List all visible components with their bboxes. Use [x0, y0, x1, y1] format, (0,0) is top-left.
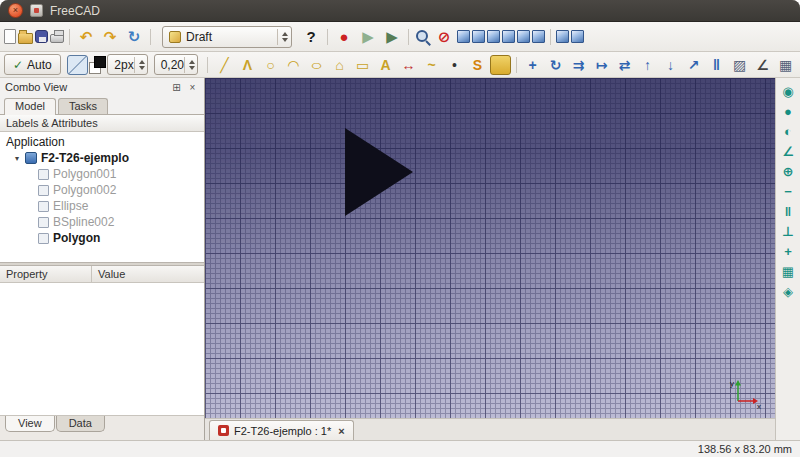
draft-wpproj-icon[interactable]: ▨ — [729, 55, 750, 75]
draft-bspline-icon[interactable]: ~ — [421, 55, 442, 75]
view-isometric-icon[interactable] — [457, 30, 470, 43]
document-tab[interactable]: F2-T26-ejemplo : 1* × — [209, 420, 354, 440]
scale-spinbox[interactable]: 0,20 — [154, 54, 198, 75]
tree-item-polygon[interactable]: Polygon — [0, 230, 204, 246]
divider — [150, 29, 151, 45]
status-bar: 138.56 x 83.20 mm — [0, 440, 800, 457]
view-top-icon[interactable] — [487, 30, 500, 43]
snap-grid-icon[interactable]: ▦ — [778, 262, 798, 280]
draft-offset-icon[interactable]: ⇉ — [568, 55, 589, 75]
view-bottom-icon[interactable] — [532, 30, 545, 43]
draft-text-icon[interactable]: A — [375, 55, 396, 75]
draft-facebinder-icon[interactable] — [490, 55, 511, 75]
draft-polygon-icon[interactable]: ⌂ — [329, 55, 350, 75]
draft-mirror-icon[interactable]: ‖ — [706, 55, 727, 75]
draft-wire-icon[interactable]: Λ — [237, 55, 258, 75]
draft-point-icon[interactable]: • — [444, 55, 465, 75]
macro-play-icon[interactable]: ▶ — [357, 26, 379, 48]
draft-upgrade-icon[interactable]: ↑ — [637, 55, 658, 75]
window-close-button[interactable]: × — [8, 3, 23, 18]
line-width-selector[interactable]: 2px — [107, 54, 147, 75]
float-panel-button[interactable]: ⊞ — [170, 81, 183, 94]
save-icon[interactable] — [35, 30, 48, 43]
snap-extension-icon[interactable]: − — [778, 182, 798, 200]
snap-intersection-icon[interactable]: + — [778, 242, 798, 260]
draft-toolbar: ✓ Auto 2px 0,20 ╱Λ○◠○⌂▭A↔~•S+↻⇉↦⇄↑↓↗‖▨∠▦ — [0, 52, 800, 78]
window-title: FreeCAD — [50, 4, 100, 18]
line-width-value: 2px — [114, 58, 133, 72]
whatsthis-icon[interactable]: ? — [300, 26, 322, 48]
draft-grid-toggle-icon[interactable]: ▦ — [775, 55, 796, 75]
tree-item-polygon001[interactable]: Polygon001 — [0, 166, 204, 182]
draft-downgrade-icon[interactable]: ↓ — [660, 55, 681, 75]
divider — [207, 57, 208, 73]
redo-icon[interactable]: ↷ — [99, 26, 121, 48]
zoom-fit-all-icon[interactable] — [414, 28, 431, 45]
tree-item-bspline002[interactable]: BSpline002 — [0, 214, 204, 230]
macro-debug-icon[interactable]: ▶ — [381, 26, 403, 48]
draft-ellipse-icon[interactable]: ○ — [301, 55, 331, 75]
snap-endpoint-icon[interactable]: ● — [778, 102, 798, 120]
draft-dimension-icon[interactable]: ↔ — [398, 55, 419, 75]
draft-scale-icon[interactable]: ↗ — [683, 55, 704, 75]
working-plane-auto-button[interactable]: ✓ Auto — [4, 54, 61, 75]
draft-trimex-icon[interactable]: ↦ — [591, 55, 612, 75]
tree-item-ellipse[interactable]: Ellipse — [0, 198, 204, 214]
macro-record-icon[interactable]: ● — [333, 26, 355, 48]
tab-tasks[interactable]: Tasks — [58, 98, 108, 114]
line-color-swatch[interactable] — [94, 56, 102, 74]
working-plane-icon[interactable] — [67, 55, 88, 75]
refresh-icon[interactable]: ↻ — [123, 26, 145, 48]
tab-close-icon[interactable]: × — [338, 425, 344, 437]
draft-move-icon[interactable]: + — [522, 55, 543, 75]
draft-join-icon[interactable]: ⇄ — [614, 55, 635, 75]
new-document-icon[interactable] — [4, 29, 16, 44]
draft-rotate-icon[interactable]: ↻ — [545, 55, 566, 75]
property-table-body — [0, 283, 204, 415]
tab-data[interactable]: Data — [56, 416, 105, 432]
tree-item-application[interactable]: Application — [0, 134, 204, 150]
view-left-icon[interactable] — [571, 30, 584, 43]
column-property: Property — [0, 266, 92, 282]
draw-style-icon[interactable]: ⊘ — [433, 26, 455, 48]
view-axonometric-icon[interactable] — [556, 30, 569, 43]
combo-view-panel: Combo View ⊞ × Model Tasks Labels & Attr… — [0, 78, 205, 440]
tree-item-polygon002[interactable]: Polygon002 — [0, 182, 204, 198]
view-right-icon[interactable] — [502, 30, 515, 43]
expander-icon[interactable]: ▾ — [13, 154, 21, 163]
view-front-icon[interactable] — [472, 30, 485, 43]
document-area: y x F2-T26-ejemplo : 1* × — [205, 78, 775, 440]
3d-viewport[interactable]: y x — [205, 78, 775, 418]
tab-model[interactable]: Model — [4, 98, 56, 115]
close-panel-button[interactable]: × — [186, 81, 199, 94]
tab-view[interactable]: View — [5, 416, 55, 432]
divider — [408, 29, 409, 45]
draft-object-icon — [38, 233, 49, 244]
standard-toolbar: ↶↷↻ Draft ?●▶▶⊘ — [0, 22, 800, 52]
draft-slope-icon[interactable]: ∠ — [752, 55, 773, 75]
draft-circle-icon[interactable]: ○ — [260, 55, 281, 75]
print-icon[interactable] — [50, 34, 64, 43]
combo-arrows-icon — [134, 57, 145, 73]
view-rear-icon[interactable] — [517, 30, 530, 43]
snap-lock-icon[interactable]: ◉ — [778, 82, 798, 100]
draft-bezier-icon[interactable]: S — [467, 55, 488, 75]
draft-object-icon — [38, 169, 49, 180]
draft-line-icon[interactable]: ╱ — [214, 55, 235, 75]
open-folder-icon[interactable] — [18, 33, 33, 44]
snap-angle-icon[interactable]: ∠ — [778, 142, 798, 160]
snap-center-icon[interactable]: ⊕ — [778, 162, 798, 180]
divider — [327, 29, 328, 45]
snap-working-plane-icon[interactable]: ◈ — [778, 282, 798, 300]
snap-parallel-icon[interactable]: ‖ — [778, 202, 798, 220]
tree-item-document[interactable]: ▾ F2-T26-ejemplo — [0, 150, 204, 166]
line-color-square — [94, 56, 106, 68]
snap-perpendicular-icon[interactable]: ⊥ — [778, 222, 798, 240]
workbench-selector[interactable]: Draft — [162, 26, 292, 48]
draft-rectangle-icon[interactable]: ▭ — [352, 55, 373, 75]
snap-midpoint-icon[interactable]: ◐ — [778, 122, 798, 140]
undo-icon[interactable]: ↶ — [75, 26, 97, 48]
draft-object-icon — [38, 217, 49, 228]
divider — [516, 57, 517, 73]
main-area: Combo View ⊞ × Model Tasks Labels & Attr… — [0, 78, 800, 440]
